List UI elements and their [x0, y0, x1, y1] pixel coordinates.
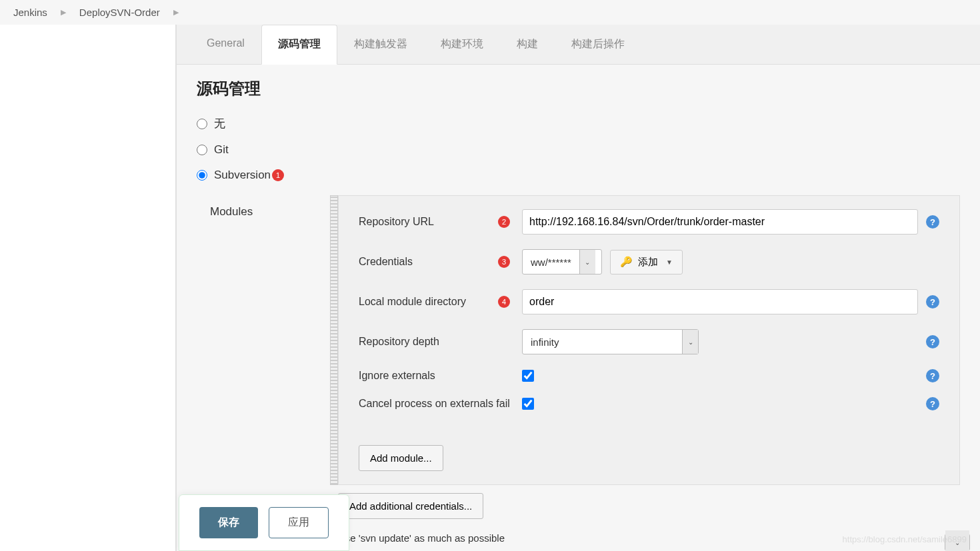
tab-post[interactable]: 构建后操作 — [555, 25, 641, 64]
tab-build[interactable]: 构建 — [500, 25, 555, 64]
scm-radio-group: 无 Git Subversion 1 — [197, 116, 960, 182]
checkout-strategy-value: Use 'svn update' as much as possible — [338, 532, 505, 544]
caret-down-icon: ▼ — [666, 259, 673, 266]
tab-scm[interactable]: 源码管理 — [261, 25, 337, 65]
repo-depth-value: infinity — [523, 336, 682, 348]
help-icon[interactable]: ? — [926, 215, 939, 229]
apply-button[interactable]: 应用 — [269, 507, 329, 538]
radio-subversion[interactable] — [197, 170, 207, 181]
credentials-select[interactable]: ww/****** ⌄ — [522, 249, 602, 275]
radio-subversion-label[interactable]: Subversion — [214, 169, 271, 182]
tab-trigger[interactable]: 构建触发器 — [337, 25, 424, 64]
chevron-right-icon: ▶ — [173, 8, 179, 17]
tab-general[interactable]: General — [190, 25, 261, 64]
ignore-externals-checkbox[interactable] — [522, 370, 534, 382]
chevron-down-icon: ⌄ — [682, 330, 698, 354]
repo-url-input[interactable] — [522, 209, 918, 235]
tab-bar: General 源码管理 构建触发器 构建环境 构建 构建后操作 — [177, 25, 980, 65]
repo-url-label: Repository URL — [359, 216, 434, 228]
radio-none-label[interactable]: 无 — [214, 116, 225, 131]
main-content: General 源码管理 构建触发器 构建环境 构建 构建后操作 源码管理 无 … — [177, 25, 980, 551]
left-sidebar — [0, 25, 177, 551]
cancel-externals-label: Cancel process on externals fail — [359, 398, 510, 410]
watermark: https://blog.csdn.net/samile6899 — [843, 534, 967, 544]
badge-2: 2 — [498, 216, 510, 228]
repo-depth-select[interactable]: infinity ⌄ — [522, 329, 699, 354]
ignore-externals-label: Ignore externals — [359, 370, 435, 382]
radio-git[interactable] — [197, 145, 207, 155]
modules-label: Modules — [197, 195, 330, 485]
breadcrumb-item[interactable]: DeploySVN-Order — [79, 7, 160, 18]
help-icon[interactable]: ? — [926, 397, 939, 410]
help-icon[interactable]: ? — [926, 335, 939, 348]
footer-bar: 保存 应用 — [179, 494, 349, 551]
credentials-value: ww/****** — [523, 257, 579, 268]
badge-1: 1 — [272, 169, 284, 181]
add-additional-credentials-button[interactable]: Add additional credentials... — [338, 493, 483, 519]
chevron-down-icon: ⌄ — [579, 250, 595, 274]
cancel-externals-checkbox[interactable] — [522, 398, 534, 410]
save-button[interactable]: 保存 — [199, 507, 258, 538]
help-icon[interactable]: ? — [926, 295, 939, 308]
add-module-button[interactable]: Add module... — [359, 445, 443, 471]
radio-none[interactable] — [197, 119, 207, 129]
repo-depth-label: Repository depth — [359, 336, 439, 348]
drag-handle[interactable] — [330, 195, 338, 485]
section-title: 源码管理 — [197, 78, 960, 99]
breadcrumb-root[interactable]: Jenkins — [13, 7, 47, 18]
module-body: Repository URL 2 ? Credentials 3 — [338, 195, 960, 485]
add-credentials-button[interactable]: 🔑 添加 ▼ — [610, 250, 683, 275]
radio-git-label[interactable]: Git — [214, 143, 229, 157]
badge-4: 4 — [498, 296, 510, 308]
badge-3: 3 — [498, 256, 510, 268]
credentials-label: Credentials — [359, 256, 413, 268]
tab-env[interactable]: 构建环境 — [424, 25, 500, 64]
local-dir-label: Local module directory — [359, 296, 466, 308]
breadcrumb: Jenkins ▶ DeploySVN-Order ▶ — [0, 0, 980, 25]
help-icon[interactable]: ? — [926, 369, 939, 382]
add-button-label: 添加 — [638, 256, 658, 269]
chevron-right-icon: ▶ — [61, 8, 66, 17]
local-dir-input[interactable] — [522, 289, 918, 314]
key-icon: 🔑 — [620, 256, 633, 268]
